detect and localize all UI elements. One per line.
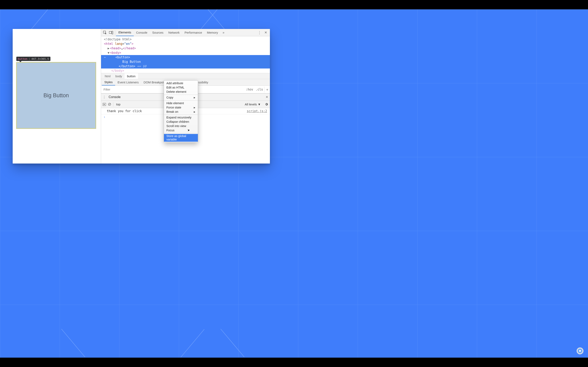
- tab-performance[interactable]: Performance: [182, 29, 205, 36]
- svg-rect-1: [109, 31, 112, 33]
- ctx-expand-recursively[interactable]: Expand recursively: [164, 115, 198, 120]
- tab-elements[interactable]: Elements: [116, 29, 134, 36]
- dom-selected-node[interactable]: ⋯ <button> Big Button </button> == $0: [101, 55, 270, 68]
- blueprint-background: button | 447.3×365.5 Big Button: [0, 9, 588, 358]
- ctx-delete-element[interactable]: Delete element: [164, 90, 198, 94]
- dom-button-text: Big Button: [122, 60, 141, 64]
- subtab-styles[interactable]: Styles: [102, 79, 115, 85]
- ctx-focus[interactable]: Focus: [164, 128, 198, 133]
- ctx-copy[interactable]: Copy▶: [164, 95, 198, 100]
- cursor-icon: ➤: [187, 128, 190, 132]
- dom-doctype: <!doctype html>: [104, 38, 131, 41]
- ctx-add-attribute[interactable]: Add attribute: [164, 81, 198, 85]
- hov-toggle[interactable]: :hov: [245, 87, 254, 92]
- crumb-html[interactable]: html: [102, 73, 113, 79]
- ctx-hide-element[interactable]: Hide element: [164, 101, 198, 105]
- subtab-event-listeners[interactable]: Event Listeners: [115, 79, 141, 85]
- dom-breadcrumbs: html body button: [101, 73, 270, 79]
- cls-toggle[interactable]: .cls: [254, 87, 264, 92]
- chrome-logo-icon: [577, 347, 584, 354]
- device-toggle-icon[interactable]: [108, 30, 114, 36]
- console-log-source[interactable]: script.js:2: [247, 109, 267, 113]
- big-button-label: Big Button: [43, 92, 69, 99]
- tab-network[interactable]: Network: [166, 29, 182, 36]
- console-run-icon[interactable]: [103, 103, 106, 106]
- element-tooltip: button | 447.3×365.5: [16, 57, 51, 61]
- tooltip-tagname: button: [18, 57, 27, 60]
- ctx-store-as-global-variable[interactable]: Store as global variable: [164, 134, 198, 142]
- new-style-rule-icon[interactable]: ＋: [264, 86, 270, 92]
- ctx-collapse-children[interactable]: Collapse children: [164, 120, 198, 124]
- ctx-scroll-into-view[interactable]: Scroll into view: [164, 124, 198, 128]
- browser-devtools-window: button | 447.3×365.5 Big Button: [13, 29, 270, 164]
- inspect-icon[interactable]: [102, 30, 108, 36]
- tooltip-dimensions: 447.3×365.5: [31, 57, 49, 60]
- console-levels-selector[interactable]: All levels ▼: [245, 103, 261, 106]
- console-drawer-title: Console: [109, 95, 121, 99]
- tab-console[interactable]: Console: [134, 29, 150, 36]
- console-settings-icon[interactable]: [265, 103, 268, 106]
- close-icon[interactable]: ✕: [263, 30, 269, 36]
- console-kebab-icon[interactable]: ⋮: [103, 95, 106, 99]
- more-tabs-icon[interactable]: »: [221, 30, 227, 36]
- kebab-menu-icon[interactable]: ⋮: [256, 30, 263, 36]
- console-context-selector[interactable]: top: [116, 103, 121, 106]
- tab-memory[interactable]: Memory: [205, 29, 221, 36]
- dom-dollar-zero: == $0: [137, 64, 146, 68]
- ctx-break-on[interactable]: Break on▶: [164, 110, 198, 114]
- console-clear-icon[interactable]: [108, 103, 111, 106]
- crumb-button[interactable]: button: [125, 73, 138, 79]
- ctx-force-state[interactable]: Force state▶: [164, 105, 198, 110]
- context-menu: Add attributeEdit as HTMLDelete elementC…: [164, 80, 198, 142]
- svg-line-5: [109, 104, 111, 105]
- crumb-body[interactable]: body: [113, 73, 125, 79]
- tab-sources[interactable]: Sources: [150, 29, 166, 36]
- ctx-edit-as-html[interactable]: Edit as HTML: [164, 85, 198, 90]
- page-viewport: button | 447.3×365.5 Big Button: [13, 29, 101, 164]
- big-button[interactable]: Big Button: [16, 62, 96, 129]
- devtools-toolbar: Elements Console Sources Network Perform…: [101, 29, 270, 36]
- svg-rect-2: [112, 31, 113, 34]
- console-close-icon[interactable]: ✕: [266, 95, 268, 99]
- dom-tree[interactable]: <!doctype html> <html lang="en"> ▶<head>…: [101, 36, 270, 73]
